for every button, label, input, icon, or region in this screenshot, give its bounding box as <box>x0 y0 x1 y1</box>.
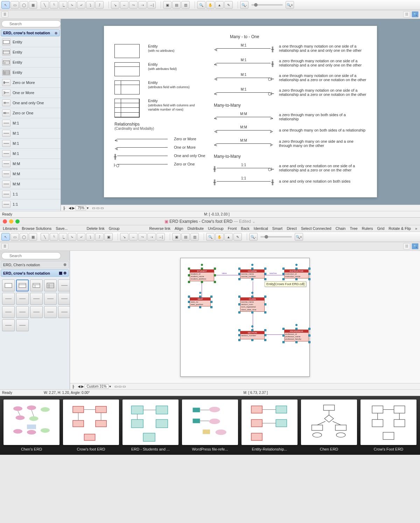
search-input[interactable] <box>1 20 61 27</box>
arrow-dash-icon[interactable]: ⇢ <box>147 233 156 241</box>
shape-one-only[interactable]: One and only One <box>0 98 61 108</box>
shape-rel-8[interactable] <box>16 306 29 318</box>
panel-toggle-icon[interactable]: ☰ <box>1 11 8 17</box>
menu-align[interactable]: Align <box>175 226 183 231</box>
connector-1-icon[interactable]: └ <box>50 1 58 9</box>
search-toggle-icon[interactable]: 🔍 <box>412 11 419 17</box>
thumb-students[interactable]: ERD - Students and ... <box>122 400 178 451</box>
table-tool[interactable]: ▦ <box>29 1 37 9</box>
connector-3-icon[interactable]: ⤷ <box>68 1 76 9</box>
arrow-both-icon[interactable]: ↔ <box>129 233 138 241</box>
canvas-area-2[interactable]: takes teaches STUDENTstudent_id student_… <box>70 251 420 389</box>
menu-ungroup[interactable]: UnGroup <box>208 226 224 231</box>
shape-rel-2[interactable] <box>2 293 15 305</box>
title-bar[interactable]: ▣ ERD Examples - Crow's foot ERD — Edite… <box>0 218 420 225</box>
connector-3-icon[interactable]: ⤷ <box>68 233 76 241</box>
shape-rel-3[interactable] <box>16 293 29 305</box>
table-tool[interactable]: ▦ <box>29 233 37 241</box>
page-prev-icon[interactable]: ◀ <box>69 206 71 210</box>
menu-save[interactable]: Save... <box>56 226 68 231</box>
group-1-icon[interactable]: ▣ <box>172 233 181 241</box>
group-1-icon[interactable]: ▣ <box>163 1 172 9</box>
list-view-icon[interactable]: ☷ <box>403 243 410 249</box>
rect-tool[interactable]: ▭ <box>10 1 19 9</box>
connector-4-icon[interactable]: ⤶ <box>77 1 85 9</box>
entity-section[interactable]: SECTIONsection_number <box>240 331 265 339</box>
shape-entity[interactable]: Entity <box>0 68 61 78</box>
connector-6-icon[interactable]: ⤴ <box>95 1 104 9</box>
connector-4-icon[interactable]: ⤶ <box>77 233 85 241</box>
canvas-area[interactable]: Many - to - One Entity(with no attribute… <box>61 19 420 211</box>
arrow-end-icon[interactable]: →| <box>147 1 156 9</box>
group-2-icon[interactable]: ▤ <box>181 233 190 241</box>
thumb-wordpress[interactable]: WordPress file-refe... <box>182 400 238 451</box>
arrow-branch-icon[interactable]: ⤳ <box>129 1 138 9</box>
shape-11[interactable]: 1:1 <box>0 199 61 210</box>
shape-rel-4[interactable] <box>30 293 43 305</box>
shape-mm[interactable]: M:M <box>0 159 61 169</box>
close-window-button[interactable] <box>3 219 7 224</box>
entity-seat[interactable]: SEATseat_no seat_position <box>190 297 211 306</box>
connector-2-icon[interactable]: ⎿ <box>59 1 67 9</box>
shape-entity[interactable]: Entity <box>0 47 61 57</box>
menu-delete-link[interactable]: Delete link <box>86 226 104 231</box>
page-next-icon[interactable]: ▶ <box>81 384 84 388</box>
edit-tool-icon[interactable]: ✎ <box>224 1 233 9</box>
close-icon[interactable]: ⊗ <box>63 271 66 275</box>
zoom-slider[interactable] <box>251 4 283 6</box>
close-icon[interactable]: ⊗ <box>63 262 66 267</box>
menu-browse[interactable]: Browse Solutions <box>22 226 51 231</box>
zoom-tool-icon[interactable]: 🔍 <box>197 1 205 9</box>
group-2-icon[interactable]: ▤ <box>172 1 181 9</box>
shape-m1[interactable]: M:1 <box>0 149 61 159</box>
entity-course[interactable]: COURSEcourse_name course_number <box>240 269 265 278</box>
list-view-icon[interactable]: ☷ <box>403 11 410 17</box>
menu-grid[interactable]: Grid <box>377 226 385 231</box>
shape-one-or-more[interactable]: One or More <box>0 88 61 98</box>
shape-m1[interactable]: M:1 <box>0 139 61 149</box>
menu-front[interactable]: Front <box>228 226 237 231</box>
page-prev-icon[interactable]: ◀ <box>78 384 80 388</box>
arrow-both-icon[interactable]: ↔ <box>120 1 128 9</box>
shape-rel-13[interactable] <box>16 319 29 331</box>
zoom-out-icon[interactable]: 🔍- <box>249 233 258 241</box>
shape-entity[interactable]: Entity <box>0 57 61 68</box>
arrow-line-icon[interactable]: ↘ <box>111 1 119 9</box>
shape-rel-9[interactable] <box>30 306 43 318</box>
shape-list[interactable]: Entity Entity Entity Entity Zero or More… <box>0 37 61 211</box>
menu-rulers[interactable]: Rulers <box>362 226 373 231</box>
thumb-crows-foot[interactable]: Crow's foot ERD <box>63 400 119 451</box>
thumb-crows-foot-2[interactable]: Crow's Foot ERD <box>360 400 416 451</box>
search-input[interactable] <box>1 252 61 259</box>
maximize-window-button[interactable] <box>15 219 20 224</box>
zoom-slider[interactable] <box>260 236 292 238</box>
menu-distribute[interactable]: Distribute <box>188 226 204 231</box>
shape-rel-10[interactable] <box>44 306 57 318</box>
edit-tool-icon[interactable]: ✎ <box>233 233 242 241</box>
shape-rel-6[interactable] <box>58 293 70 305</box>
shape-zero-or-more[interactable]: Zero or More <box>0 78 61 88</box>
menu-select-connected[interactable]: Select Connected <box>301 226 331 231</box>
connector-1-icon[interactable]: └ <box>50 233 58 241</box>
close-panel-icon[interactable]: ⊗ <box>55 31 57 35</box>
menu-group[interactable]: Group <box>109 226 120 231</box>
pan-tool-icon[interactable]: ✋ <box>215 233 224 241</box>
shape-entity[interactable] <box>2 280 15 291</box>
search-toggle-icon[interactable]: 🔍 <box>412 243 419 249</box>
page-next-icon[interactable]: ▶ <box>72 206 75 210</box>
menu-direct[interactable]: Direct <box>287 226 297 231</box>
menu-back[interactable]: Back <box>241 226 249 231</box>
thumb-chen[interactable]: Chen ERD <box>301 400 357 451</box>
entity-student[interactable]: STUDENTstudent_id student_name student_a… <box>190 269 214 281</box>
group-3-icon[interactable]: ▥ <box>190 233 199 241</box>
rect-tool[interactable]: ▭ <box>10 233 19 241</box>
zoom-in-icon[interactable]: 🔍+ <box>295 233 303 241</box>
menu-tree[interactable]: Tree <box>350 226 357 231</box>
shape-11[interactable]: 1:1 <box>0 189 61 199</box>
arrow-dash-icon[interactable]: ⇢ <box>138 1 147 9</box>
shape-mm[interactable]: M:M <box>0 169 61 179</box>
grid-view-icon[interactable]: ▦ <box>59 271 62 275</box>
shape-rel-11[interactable] <box>58 306 70 318</box>
shape-zero-or-one[interactable]: Zero or One <box>0 108 61 118</box>
stamp-tool-icon[interactable]: ▲ <box>224 233 233 241</box>
